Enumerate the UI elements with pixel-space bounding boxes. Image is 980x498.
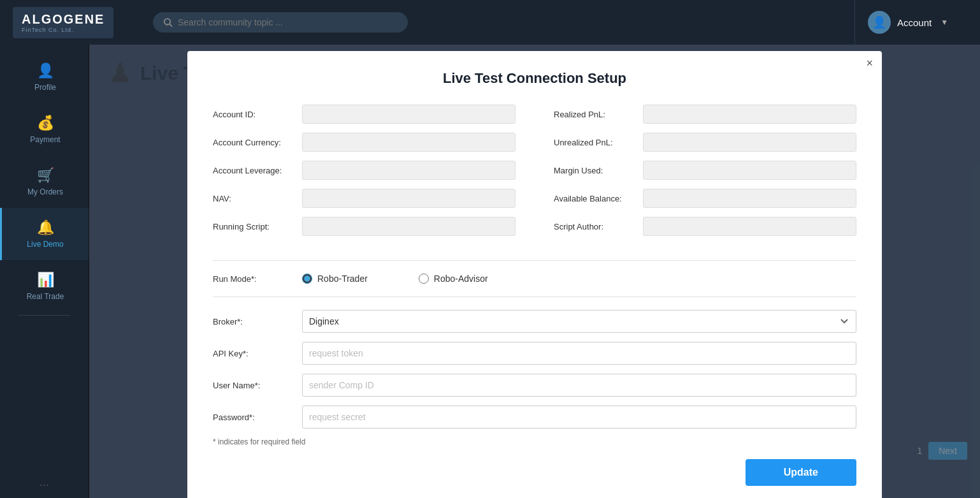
account-currency-input[interactable] [302, 133, 515, 152]
running-script-label: Running Script: [213, 222, 302, 231]
realized-pnl-label: Realized PnL: [554, 110, 643, 119]
account-leverage-input[interactable] [302, 161, 515, 180]
username-label: User Name*: [213, 381, 302, 390]
password-row: Password*: [213, 406, 856, 428]
modal-close-button[interactable]: × [866, 57, 873, 69]
nav-row: NAV: [213, 189, 515, 208]
username-row: User Name*: [213, 374, 856, 397]
required-note: * indicates for required field [213, 437, 856, 446]
running-script-input[interactable] [302, 217, 515, 236]
account-menu[interactable]: 👤 Account ▼ [854, 0, 967, 45]
form-divider [213, 260, 856, 261]
api-key-row: API Key*: [213, 342, 856, 365]
password-input[interactable] [302, 406, 856, 428]
available-balance-label: Available Balance: [554, 194, 643, 203]
robo-trader-label: Robo-Trader [317, 274, 368, 284]
search-icon [163, 17, 173, 27]
logo-main-text: ALGOGENE [22, 12, 104, 27]
search-input[interactable] [178, 17, 398, 27]
account-currency-label: Account Currency: [213, 138, 302, 147]
unrealized-pnl-row: Unrealized PnL: [554, 133, 856, 152]
robo-trader-radio[interactable] [302, 274, 312, 284]
unrealized-pnl-label: Unrealized PnL: [554, 138, 643, 147]
available-balance-input[interactable] [643, 189, 856, 208]
account-id-row: Account ID: [213, 105, 515, 124]
logo-area: ALGOGENE FinTech Co. Ltd. [13, 7, 140, 38]
account-leverage-row: Account Leverage: [213, 161, 515, 180]
sidebar-item-label: Profile [34, 83, 56, 92]
update-button[interactable]: Update [746, 459, 856, 486]
account-label: Account [897, 17, 932, 28]
script-author-label: Script Author: [554, 222, 643, 231]
form-left-column: Account ID: Account Currency: Account Le… [213, 105, 515, 245]
run-mode-row: Run Mode*: Robo-Trader Robo-Advisor [213, 274, 856, 284]
chevron-down-icon: ▼ [940, 18, 948, 27]
avatar: 👤 [868, 11, 891, 34]
modal-dialog: × Live Test Connection Setup Account ID:… [187, 51, 882, 498]
main-layout: 👤 Profile 💰 Payment 🛒 My Orders 🔔 Live D… [0, 45, 980, 498]
svg-line-1 [169, 24, 172, 27]
sidebar-item-payment[interactable]: 💰 Payment [0, 103, 89, 156]
logo-sub-text: FinTech Co. Ltd. [22, 27, 104, 33]
sidebar-item-label: Payment [30, 135, 60, 144]
realized-pnl-row: Realized PnL: [554, 105, 856, 124]
running-script-row: Running Script: [213, 217, 515, 236]
payment-icon: 💰 [37, 115, 54, 131]
available-balance-row: Available Balance: [554, 189, 856, 208]
nav-label: NAV: [213, 194, 302, 203]
margin-used-row: Margin Used: [554, 161, 856, 180]
cart-icon: 🛒 [37, 167, 54, 184]
sidebar-item-label: Live Demo [27, 240, 63, 249]
account-currency-row: Account Currency: [213, 133, 515, 152]
run-mode-radio-group: Robo-Trader Robo-Advisor [302, 274, 856, 284]
logo: ALGOGENE FinTech Co. Ltd. [13, 7, 113, 38]
account-leverage-label: Account Leverage: [213, 166, 302, 175]
run-mode-label: Run Mode*: [213, 274, 302, 284]
broker-select[interactable]: Diginex Interactive Brokers TD Ameritrad… [302, 310, 856, 333]
unrealized-pnl-input[interactable] [643, 133, 856, 152]
account-info-grid: Account ID: Account Currency: Account Le… [213, 105, 856, 245]
script-author-row: Script Author: [554, 217, 856, 236]
sidebar: 👤 Profile 💰 Payment 🛒 My Orders 🔔 Live D… [0, 45, 89, 498]
robo-advisor-label: Robo-Advisor [434, 274, 488, 284]
modal-backdrop: × Live Test Connection Setup Account ID:… [89, 45, 980, 498]
password-label: Password*: [213, 413, 302, 422]
sidebar-item-my-orders[interactable]: 🛒 My Orders [0, 156, 89, 208]
content-area: ♟ Live Test Hosting Accounts × Live Test… [89, 45, 980, 498]
broker-row: Broker*: Diginex Interactive Brokers TD … [213, 310, 856, 333]
api-key-label: API Key*: [213, 349, 302, 358]
update-button-wrap: Update [213, 459, 856, 486]
real-trade-icon: 📊 [37, 272, 54, 288]
broker-section: Broker*: Diginex Interactive Brokers TD … [213, 310, 856, 428]
api-key-input[interactable] [302, 342, 856, 365]
sidebar-item-profile[interactable]: 👤 Profile [0, 51, 89, 103]
realized-pnl-input[interactable] [643, 105, 856, 124]
form-right-column: Realized PnL: Unrealized PnL: Margin Use… [554, 105, 856, 245]
sidebar-item-real-trade[interactable]: 📊 Real Trade [0, 260, 89, 312]
margin-used-label: Margin Used: [554, 166, 643, 175]
sidebar-item-label: Real Trade [27, 292, 64, 301]
search-wrap[interactable] [153, 12, 408, 33]
username-input[interactable] [302, 374, 856, 397]
sidebar-item-live-demo[interactable]: 🔔 Live Demo [0, 208, 89, 260]
form-divider-2 [213, 297, 856, 297]
robo-advisor-radio[interactable] [419, 274, 429, 284]
script-author-input[interactable] [643, 217, 856, 236]
modal-title: Live Test Connection Setup [213, 70, 856, 87]
search-area [140, 12, 854, 33]
sidebar-divider [18, 315, 71, 316]
live-demo-icon: 🔔 [37, 219, 54, 236]
broker-label: Broker*: [213, 317, 302, 326]
nav-input[interactable] [302, 189, 515, 208]
sidebar-collapse[interactable]: ··· [0, 472, 89, 498]
sidebar-item-label: My Orders [27, 187, 63, 196]
robo-trader-option[interactable]: Robo-Trader [302, 274, 368, 284]
top-navigation: ALGOGENE FinTech Co. Ltd. 👤 Account ▼ [0, 0, 980, 45]
account-id-input[interactable] [302, 105, 515, 124]
account-id-label: Account ID: [213, 110, 302, 119]
svg-point-0 [164, 18, 170, 24]
robo-advisor-option[interactable]: Robo-Advisor [419, 274, 488, 284]
profile-icon: 👤 [37, 62, 54, 79]
margin-used-input[interactable] [643, 161, 856, 180]
